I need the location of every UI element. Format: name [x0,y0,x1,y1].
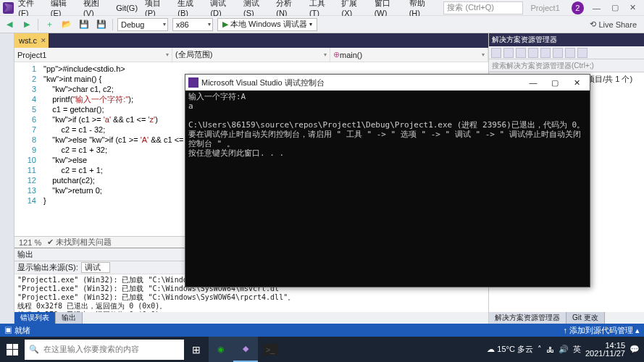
close-button[interactable]: ✕ [624,1,641,15]
open-icon[interactable]: 📂 [60,18,73,31]
add-to-source-control[interactable]: ↑ 添加到源代码管理 ▴ [563,325,640,336]
sln-home-icon[interactable] [491,48,501,58]
nav-fwd-icon[interactable]: ▶ [20,18,33,31]
main-toolbar: ◀ ▶ ＋ 📂 💾 💾 Debug▾ x86▾ ▶本地 Windows 调试器▾… [0,16,644,33]
scope-combo[interactable]: Project1▾ [14,48,172,62]
play-icon: ▶ [222,20,228,29]
solution-toolbar [489,46,644,59]
line-numbers: 1234567891011121314 [14,62,41,236]
console-minimize[interactable]: — [523,76,543,89]
global-search-input[interactable]: 搜索 (Ctrl+Q) [443,1,523,14]
save-all-icon[interactable]: 💾 [95,18,108,31]
zoom-level[interactable]: 121 % [19,238,41,247]
notifications-icon[interactable]: 💬 [630,345,640,354]
solution-explorer-title: 解决方案资源管理器 [489,33,644,46]
account-avatar[interactable]: 2 [572,1,584,14]
console-title: Microsoft Visual Studio 调试控制台 [201,77,325,88]
status-ready: ▣ 就绪 [4,325,30,336]
file-tab-wst[interactable]: wst.c✕ [14,33,49,48]
taskbar-search-input[interactable]: 🔍在这里输入你要搜索的内容 [25,340,184,360]
status-bar: ▣ 就绪 ↑ 添加到源代码管理 ▴ [0,324,644,337]
tray-chevron-icon[interactable]: ˄ [538,345,542,354]
console-maximize[interactable]: ▢ [545,76,565,89]
windows-logo-icon [7,344,18,355]
console-icon [188,77,198,88]
taskbar-app-vs[interactable]: ◆ [233,337,258,362]
left-tool-gutter[interactable] [0,33,14,324]
platform-dropdown[interactable]: x86▾ [172,18,213,31]
output-source-dropdown[interactable]: 调试 [81,262,110,273]
start-debug-button[interactable]: ▶本地 Windows 调试器▾ [217,18,317,31]
config-dropdown[interactable]: Debug▾ [117,18,168,31]
new-item-icon[interactable]: ＋ [43,18,56,31]
weather-widget[interactable]: ☁ 15°C 多云 [487,344,533,355]
task-view-icon[interactable]: ⊞ [184,337,209,362]
save-icon[interactable]: 💾 [78,18,91,31]
minimize-button[interactable]: — [588,1,605,15]
nav-back-icon[interactable]: ◀ [3,18,16,31]
maximize-button[interactable]: ▢ [606,1,623,15]
tab-git-changes[interactable]: Git 更改 [566,312,605,324]
debug-console-window: Microsoft Visual Studio 调试控制台 — ▢ ✕ 输入一个… [185,74,590,287]
vs-logo-icon [3,2,14,14]
windows-taskbar: 🔍在这里输入你要搜索的内容 ⊞ ◉ ◆ >_ ☁ 15°C 多云 ˄ 🖧 🔊 英… [0,337,644,362]
func-icon: ⊕ [333,50,340,59]
menu-git[interactable]: Git(G) [113,2,141,14]
tray-ime-icon[interactable]: 英 [573,344,581,355]
console-output[interactable]: 输入一个字符:A a C:\Users\86159\source\repos\P… [185,90,590,287]
solution-search-input[interactable]: 搜索解决方案资源管理器(Ctrl+;) [489,59,644,72]
taskbar-clock[interactable]: 14:152021/11/27 [585,342,625,358]
editor-tabstrip: wst.c✕ [14,33,488,48]
start-button[interactable] [0,337,25,362]
sln-wrench-icon[interactable] [577,48,587,58]
menu-bar: 文件(F) 编辑(E) 视图(V) Git(G) 项目(P) 生成(B) 调试(… [0,0,644,16]
issues-indicator[interactable]: ✔ 未找到相关问题 [47,237,112,248]
console-close[interactable]: ✕ [566,76,587,89]
member-combo[interactable]: ⊕ main()▾ [330,48,488,62]
live-share-button[interactable]: ⟲Live Share [585,20,641,29]
tab-solution-explorer[interactable]: 解决方案资源管理器 [489,312,566,324]
tab-error-list[interactable]: 错误列表 [14,312,56,324]
tray-network-icon[interactable]: 🖧 [546,345,554,354]
close-tab-icon[interactable]: ✕ [41,37,46,44]
solution-name[interactable]: Project1 [524,2,565,14]
tab-output[interactable]: 输出 [56,312,83,324]
search-icon: 🔍 [29,345,39,354]
liveshare-icon: ⟲ [590,20,596,29]
output-source-label: 显示输出来源(S): [17,262,78,273]
type-combo[interactable]: (全局范围)▾ [172,48,330,62]
taskbar-app-wechat[interactable]: ◉ [209,337,233,362]
tray-volume-icon[interactable]: 🔊 [559,345,569,354]
taskbar-app-terminal[interactable]: >_ [258,337,283,362]
